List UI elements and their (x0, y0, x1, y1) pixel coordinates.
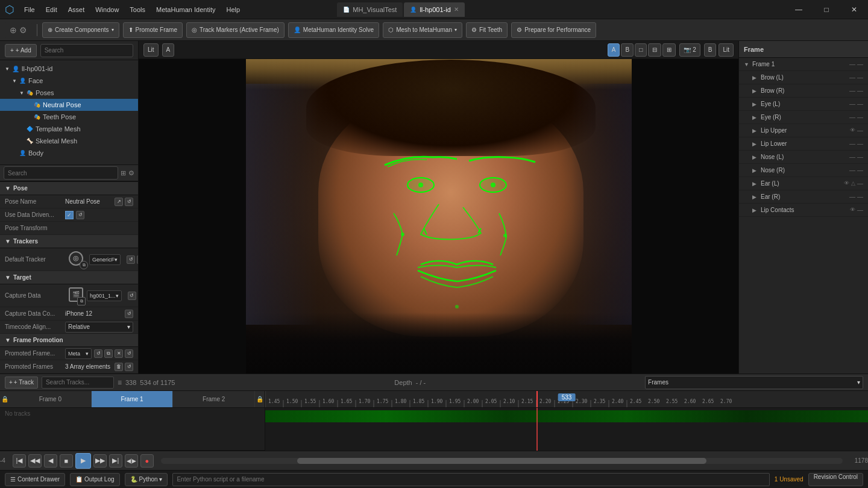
lipu-icon2[interactable]: — (857, 127, 863, 134)
go-start-button[interactable]: |◀ (13, 454, 26, 468)
frame-item-brow-l[interactable]: ▶ Brow (L) — — (739, 71, 868, 84)
tree-item-root[interactable]: ▼ 👤 ll-hp001-id (0, 63, 138, 75)
earl-eye-icon[interactable]: 👁 (844, 180, 849, 187)
browl-icon1[interactable]: — (849, 74, 855, 81)
eyer-icon2[interactable]: — (857, 114, 863, 120)
promoted-frame-dropdown[interactable]: Meta ▾ (65, 348, 92, 359)
toolbar-icon-left[interactable]: ⊕ ⚙ (5, 22, 32, 38)
grid-view-icon[interactable]: ⊞ (121, 169, 126, 177)
lipl-icon2[interactable]: — (857, 140, 863, 147)
tree-item-template-mesh[interactable]: 🔷 Template Mesh (0, 123, 138, 135)
posename-arrow-icon[interactable]: ↗ (115, 198, 123, 206)
capture-reset-icon[interactable]: ↺ (128, 292, 136, 300)
frame-item-nose-l[interactable]: ▶ Nose (L) — — (739, 151, 868, 164)
lipc-icon2[interactable]: — (857, 207, 863, 213)
tab-hp001[interactable]: 👤 ll-hp001-id ✕ (404, 2, 464, 17)
tree-item-neutral-pose[interactable]: 🎭 Neutral Pose (0, 99, 138, 111)
tracker-dropdown[interactable]: GenericF ▾ (89, 254, 121, 265)
view-btn-b[interactable]: B (621, 43, 634, 57)
nosel-icon1[interactable]: — (849, 154, 855, 160)
tree-item-body[interactable]: 👤 Body (0, 147, 138, 159)
noser-icon1[interactable]: — (849, 167, 855, 174)
frame-item-eye-r[interactable]: ▶ Eye (R) — — (739, 111, 868, 124)
section-trackers[interactable]: ▼ Trackers (0, 235, 138, 248)
metahuman-identity-button[interactable]: 👤 MetaHuman Identity Solve (288, 22, 379, 38)
create-components-button[interactable]: ⊕ Create Components ▾ (42, 22, 119, 38)
tracker-reset1-icon[interactable]: ↺ (127, 255, 135, 264)
step-back-button[interactable]: ◀◀ (28, 454, 42, 468)
menu-window[interactable]: Window (90, 4, 124, 16)
frame1-icon2[interactable]: — (857, 61, 863, 67)
view-btn-double[interactable]: ⊟ (648, 43, 661, 57)
timeline-scrollbar[interactable] (161, 458, 843, 464)
noser-icon2[interactable]: — (857, 167, 863, 174)
close-button[interactable]: ✕ (840, 0, 868, 19)
capture-co-reset-icon[interactable]: ↺ (125, 310, 133, 318)
record-button[interactable]: ● (140, 454, 154, 468)
menu-metahuman[interactable]: MetaHuman Identity (151, 4, 220, 16)
menu-help[interactable]: Help (221, 4, 245, 16)
earl-triangle-icon[interactable]: △ (851, 180, 855, 187)
frames-dropdown[interactable]: Frames ▾ (645, 376, 863, 389)
prepare-performance-button[interactable]: ⚙ Prepare for Performance (511, 22, 596, 38)
frame-item-brow-r[interactable]: ▶ Brow (R) — — (739, 84, 868, 98)
timecode-dropdown[interactable]: Relative ▾ (65, 322, 133, 333)
frame1-btn[interactable]: Frame 1 (92, 391, 174, 407)
stop-button[interactable]: ■ (60, 454, 73, 468)
pf-close-icon[interactable]: ✕ (115, 349, 123, 358)
next-frame-button[interactable]: ▶▶ (93, 454, 107, 468)
menu-tools[interactable]: Tools (125, 4, 150, 16)
pframes-trash-icon[interactable]: 🗑 (115, 363, 123, 371)
eyer-icon1[interactable]: — (849, 114, 855, 120)
maximize-button[interactable]: □ (813, 0, 840, 19)
menu-file[interactable]: File (19, 4, 40, 16)
tree-item-poses[interactable]: ▼ 🎭 Poses (0, 87, 138, 99)
pf-reset1-icon[interactable]: ↺ (94, 349, 102, 358)
output-log-button[interactable]: 📋 Output Log (70, 473, 119, 486)
filter-icon[interactable]: ≡ (118, 378, 122, 387)
frame-item-eye-l[interactable]: ▶ Eye (L) — — (739, 98, 868, 111)
frame-item-ear-l[interactable]: ▶ Ear (L) 👁 △ — (739, 177, 868, 190)
play-button[interactable]: ▶ (75, 453, 91, 469)
mesh-to-metahuman-button[interactable]: ⬡ Mesh to MetaHuman ▾ (383, 22, 462, 38)
lipc-eye-icon[interactable]: 👁 (850, 207, 855, 213)
add-track-button[interactable]: + + Track (5, 377, 38, 389)
lit-button-right[interactable]: Lit (719, 43, 734, 57)
earl-icon3[interactable]: — (857, 180, 863, 187)
frame-item-frame1[interactable]: ▼ Frame 1 — — (739, 58, 868, 71)
lit-button-left[interactable]: Lit (143, 43, 159, 57)
tree-item-skeletal-mesh[interactable]: 🦴 Skeletal Mesh (0, 135, 138, 147)
pf-reset2-icon[interactable]: ↺ (125, 349, 133, 358)
frame-item-lip-contacts[interactable]: ▶ Lip Contacts 👁 — (739, 204, 868, 217)
frame-lock-left[interactable]: 🔒 (0, 391, 10, 407)
search-input[interactable] (40, 44, 133, 57)
earr-icon2[interactable]: — (857, 193, 863, 200)
browr-icon1[interactable]: — (849, 87, 855, 94)
revision-control-button[interactable]: Revision Control (808, 473, 863, 486)
frame2-btn[interactable]: Frame 2 (173, 391, 255, 407)
nosel-icon2[interactable]: — (857, 154, 863, 160)
fit-teeth-button[interactable]: ⚙ Fit Teeth (466, 22, 508, 38)
lipu-eye-icon[interactable]: 👁 (850, 127, 855, 134)
track-markers-button[interactable]: ◎ Track Markers (Active Frame) (186, 22, 285, 38)
section-frame-promotion[interactable]: ▼ Frame Promotion (0, 334, 138, 347)
tracker-copy-icon[interactable]: ⧉ (137, 255, 138, 264)
settings-icon[interactable]: ⚙ (128, 169, 134, 177)
content-drawer-button[interactable]: ☰ Content Drawer (5, 473, 65, 486)
earr-icon1[interactable]: — (849, 193, 855, 200)
capture-dropdown[interactable]: hg001_1... ▾ (87, 290, 122, 301)
posename-reset-icon[interactable]: ↺ (125, 198, 133, 206)
view-btn-a[interactable]: A (608, 43, 620, 57)
frame0-btn[interactable]: Frame 0 (10, 391, 92, 407)
go-end-button[interactable]: ▶| (109, 454, 122, 468)
promote-frame-button[interactable]: ⬆ Promote Frame (123, 22, 183, 38)
props-search-input[interactable] (4, 166, 118, 180)
tab-close-hp[interactable]: ✕ (454, 6, 459, 13)
camera-button[interactable]: 📷 2 (679, 43, 700, 57)
python-button[interactable]: 🐍 Python ▾ (125, 473, 168, 486)
frame-item-nose-r[interactable]: ▶ Nose (R) — — (739, 164, 868, 177)
add-button[interactable]: + + Add (5, 44, 37, 57)
frame-item-lip-lower[interactable]: ▶ Lip Lower — — (739, 137, 868, 151)
tree-item-teeth-pose[interactable]: 🎭 Teeth Pose (0, 111, 138, 123)
view-btn-triple[interactable]: ⊞ (662, 43, 676, 57)
